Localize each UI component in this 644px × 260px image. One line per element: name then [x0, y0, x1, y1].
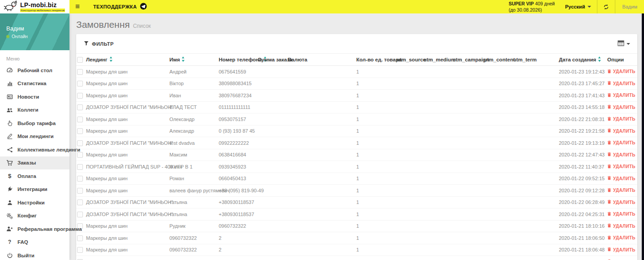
- cell-options: УДАЛИТЬ: [607, 90, 637, 102]
- row-checkbox[interactable]: [77, 69, 83, 75]
- sidebar-item-faq[interactable]: ?FAQ: [0, 236, 69, 249]
- row-checkbox[interactable]: [77, 128, 83, 134]
- sort-icon: [109, 56, 112, 63]
- sidebar-item-news[interactable]: Новости: [0, 90, 69, 104]
- trash-icon: [607, 212, 611, 217]
- cell-checkbox: [76, 256, 86, 260]
- cell-created: 2020-01-22 19:21:58: [559, 125, 607, 137]
- scrollbar-thumb[interactable]: [642, 13, 644, 260]
- cell-landing: Маркеры для шин: [86, 113, 169, 126]
- cell-landing: Маркеры для шин: [86, 78, 169, 90]
- cell-qty: 1: [356, 244, 397, 256]
- column-label: Дата создания: [559, 57, 596, 62]
- delete-button[interactable]: УДАЛИТЬ: [607, 152, 635, 157]
- row-checkbox[interactable]: [77, 235, 83, 241]
- row-checkbox[interactable]: [77, 247, 83, 253]
- cell-options: УДАЛИТЬ: [607, 137, 637, 149]
- delete-label: УДАЛИТЬ: [613, 164, 635, 169]
- delete-button[interactable]: УДАЛИТЬ: [607, 164, 635, 169]
- sidebar-item-settings[interactable]: Настройки: [0, 196, 69, 209]
- cell-utm_term: [513, 137, 559, 149]
- column-header-phone[interactable]: Номер телефона: [219, 54, 258, 66]
- delete-button[interactable]: УДАЛИТЬ: [607, 212, 635, 217]
- cell-utm_term: [513, 220, 559, 232]
- filter-button[interactable]: ФИЛЬТР: [84, 41, 114, 47]
- sidebar-item-colleagues[interactable]: Коллеги: [0, 104, 69, 117]
- trash-icon: [607, 104, 611, 110]
- delete-button[interactable]: УДАЛИТЬ: [607, 247, 635, 252]
- sidebar-item-referral[interactable]: Реферальная программа: [0, 222, 69, 236]
- sidebar-item-logout[interactable]: Выйти: [0, 249, 69, 260]
- row-checkbox[interactable]: [77, 117, 83, 122]
- sidebar-item-statistics[interactable]: Статистика: [0, 77, 69, 91]
- delete-button[interactable]: УДАЛИТЬ: [607, 235, 635, 241]
- cell-phone: 0 (93) 193 87 45: [219, 125, 258, 137]
- cell-name: test dvadva: [169, 137, 219, 149]
- sidebar-item-tariff[interactable]: Выбор тарифа: [0, 117, 69, 130]
- cell-utm_campaign: [453, 90, 484, 102]
- sidebar-item-dashboard[interactable]: Рабочий стол: [0, 64, 69, 77]
- cell-options: УДАЛИТЬ: [607, 78, 637, 90]
- delete-button[interactable]: УДАЛИТЬ: [607, 188, 635, 193]
- cell-phone: 0674653898: [219, 256, 258, 260]
- table-row: Маркеры для шинОлександр095307515712020-…: [76, 113, 637, 126]
- sidebar-item-orders[interactable]: Заказы: [0, 156, 69, 170]
- hamburger-menu-icon[interactable]: ≡: [75, 0, 80, 13]
- row-checkbox[interactable]: [77, 164, 83, 170]
- row-checkbox[interactable]: [77, 81, 83, 87]
- online-status-label: Онлайн: [12, 34, 28, 39]
- cell-utm_content: [484, 173, 513, 185]
- sidebar-item-payment[interactable]: $Оплата: [0, 169, 69, 183]
- column-header-landing[interactable]: Лендинг: [86, 54, 169, 66]
- page-subtitle: Список: [133, 23, 151, 29]
- user-plus-icon: [6, 225, 13, 232]
- delete-button[interactable]: УДАЛИТЬ: [607, 176, 635, 181]
- row-checkbox[interactable]: [77, 93, 83, 99]
- sidebar-item-label: Статистика: [17, 81, 46, 86]
- cell-options: УДАЛИТЬ: [607, 232, 637, 244]
- delete-button[interactable]: УДАЛИТЬ: [607, 223, 635, 229]
- column-label: Имя: [169, 57, 180, 62]
- cell-utm_medium: [424, 113, 453, 126]
- sidebar-item-collective-landings[interactable]: Коллективные лендинги: [0, 143, 69, 156]
- row-checkbox[interactable]: [77, 188, 83, 194]
- delete-button[interactable]: УДАЛИТЬ: [607, 199, 635, 205]
- delete-button[interactable]: УДАЛИТЬ: [607, 128, 635, 134]
- row-checkbox[interactable]: [77, 140, 83, 146]
- sidebar-item-config[interactable]: Конфиг: [0, 209, 69, 223]
- delete-button[interactable]: УДАЛИТЬ: [607, 104, 635, 110]
- delete-button[interactable]: УДАЛИТЬ: [607, 69, 635, 74]
- cell-landing: Маркеры для шин: [86, 149, 169, 161]
- select-all-checkbox[interactable]: [77, 57, 83, 63]
- row-checkbox[interactable]: [77, 212, 83, 217]
- delete-button[interactable]: УДАЛИТЬ: [607, 93, 635, 98]
- telegram-icon[interactable]: [140, 3, 147, 11]
- cell-utm_content: [484, 256, 513, 260]
- column-visibility-button[interactable]: [618, 40, 630, 48]
- column-header-created[interactable]: Дата создания: [559, 54, 607, 66]
- delete-button[interactable]: УДАЛИТЬ: [607, 140, 635, 146]
- topbar-username[interactable]: Вадим: [615, 0, 644, 13]
- cell-utm_term: [513, 232, 559, 244]
- support-button[interactable]: ТЕХПОДДЕРЖКА: [93, 0, 147, 13]
- cell-sum: [258, 149, 288, 161]
- column-header-name[interactable]: Имя: [169, 54, 219, 66]
- trash-icon: [607, 117, 611, 122]
- logo[interactable]: LP-mobi.biz Конструктор мобильных лендин…: [0, 0, 69, 13]
- row-checkbox[interactable]: [77, 104, 83, 110]
- cell-utm_source: [397, 208, 424, 221]
- row-checkbox[interactable]: [77, 152, 83, 158]
- row-checkbox[interactable]: [77, 176, 83, 182]
- cell-utm_source: [397, 137, 424, 149]
- language-selector[interactable]: Русский: [559, 0, 597, 13]
- refresh-button[interactable]: [597, 0, 615, 13]
- delete-button[interactable]: УДАЛИТЬ: [607, 81, 635, 86]
- delete-button[interactable]: УДАЛИТЬ: [607, 117, 635, 122]
- sidebar-item-my-landings[interactable]: Мои лендинги: [0, 130, 69, 143]
- row-checkbox[interactable]: [77, 199, 83, 205]
- delete-label: УДАЛИТЬ: [613, 69, 635, 74]
- cell-qty: 1: [356, 149, 397, 161]
- sidebar-item-integrations[interactable]: Интеграции: [0, 183, 69, 196]
- cell-utm_content: [484, 66, 513, 78]
- cell-sum: [258, 125, 288, 137]
